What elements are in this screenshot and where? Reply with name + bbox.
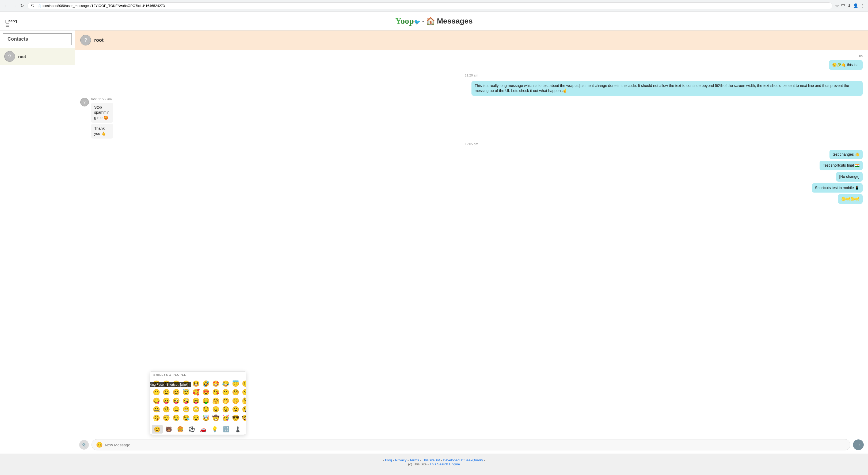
emoji-btn-hushed[interactable]: 😯 bbox=[201, 406, 211, 413]
separator: - bbox=[422, 18, 424, 25]
emoji-cat-animals[interactable]: 🐻 bbox=[163, 425, 174, 434]
emoji-btn-astonished[interactable]: 😲 bbox=[241, 406, 246, 413]
url-input[interactable] bbox=[42, 4, 829, 8]
input-bar: 📎 😊 → SMILEYS & PEOPLE 😀 😃 😄 😁 😆 🤣 🤩 bbox=[75, 436, 868, 453]
emoji-btn-yawning[interactable]: 🥱 bbox=[152, 414, 161, 422]
message-bubble-test-changes: test changes 👋 bbox=[830, 150, 863, 159]
emoji-btn-sunglasses[interactable]: 😎 bbox=[231, 414, 240, 422]
emoji-btn-roll-eyes[interactable]: 🙄 bbox=[191, 406, 201, 413]
message-bubble-no-change: [No change] bbox=[836, 172, 863, 182]
footer-links: - Blog - Privacy - Terms - ThisSiteBot -… bbox=[4, 458, 864, 462]
emoji-btn-thinking[interactable]: 🤔 bbox=[241, 397, 246, 405]
browser-bar: ← → ↻ 🛡 📄 ☆ 🛡 ⬇ 👤 ⋮ bbox=[0, 0, 868, 12]
message-row-no-change: [No change] bbox=[80, 172, 863, 182]
emoji-btn-kissing-closed[interactable]: 😚 bbox=[231, 388, 240, 397]
emoji-btn-zipper[interactable]: 🤐 bbox=[152, 406, 161, 413]
emoji-btn-hugging[interactable]: 🤗 bbox=[211, 397, 220, 405]
forward-button[interactable]: → bbox=[11, 2, 18, 9]
emoji-trigger-button[interactable]: 😊 bbox=[96, 442, 103, 448]
emoji-btn-sleepy[interactable]: 😪 bbox=[181, 414, 191, 422]
emoji-btn-nerd[interactable]: 🤓 bbox=[241, 414, 246, 422]
sender-label-1: root, 11:29 am bbox=[91, 97, 135, 101]
emoji-cat-smileys[interactable]: 😊 bbox=[152, 425, 163, 434]
back-button[interactable]: ← bbox=[3, 2, 10, 9]
emoji-btn-expressionless[interactable]: 😑 bbox=[172, 406, 181, 413]
emoji-btn-smiley[interactable]: 😃 bbox=[162, 380, 171, 388]
emoji-grid: 😀 😃 😄 😁 😆 🤣 🤩 😂 😇 🙂 😶 😉 Winking Face | S… bbox=[150, 378, 246, 424]
sidebar: Contacts ? root bbox=[0, 31, 75, 453]
browser-nav: ← → ↻ bbox=[3, 2, 25, 9]
emoji-cat-objects[interactable]: 💡 bbox=[209, 425, 220, 434]
message-row-stars: 🌟🌟🌟🌟 bbox=[80, 194, 863, 204]
contact-item-root[interactable]: ? root bbox=[0, 48, 75, 65]
footer-link-privacy[interactable]: Privacy bbox=[395, 458, 407, 462]
footer: - Blog - Privacy - Terms - ThisSiteBot -… bbox=[0, 453, 868, 471]
emoji-cat-symbols[interactable]: 🔢 bbox=[221, 425, 232, 434]
footer-link-seekquarry[interactable]: Developed at SeekQuarry bbox=[443, 458, 483, 462]
emoji-cat-food[interactable]: 🍔 bbox=[175, 425, 186, 434]
emoji-btn-raised-eyebrow[interactable]: 🤨 bbox=[162, 406, 171, 413]
emoji-btn-halo[interactable]: 😇 bbox=[181, 388, 191, 397]
emoji-cat-travel[interactable]: 🚗 bbox=[198, 425, 209, 434]
timestamp-1205: 12:05 pm bbox=[80, 142, 863, 146]
emoji-cat-activities[interactable]: ⚽ bbox=[186, 425, 197, 434]
profile-button[interactable]: 👤 bbox=[853, 3, 858, 8]
emoji-btn-slightly-smiling[interactable]: 🙂 bbox=[241, 380, 246, 388]
emoji-btn-smile[interactable]: 😄 bbox=[172, 380, 181, 388]
emoji-btn-cowboy[interactable]: 🤠 bbox=[211, 414, 220, 422]
message-input[interactable] bbox=[105, 443, 846, 447]
emoji-btn-sleeping[interactable]: 😴 bbox=[162, 414, 171, 422]
emoji-btn-exploding[interactable]: 🤯 bbox=[201, 414, 211, 422]
hamburger-icon[interactable]: ☰ bbox=[5, 23, 10, 28]
emoji-btn-joy[interactable]: 😂 bbox=[221, 380, 230, 388]
emoji-btn-money-mouth[interactable]: 🤑 bbox=[201, 397, 211, 405]
emoji-btn-shushing[interactable]: 🤫 bbox=[231, 397, 240, 405]
emoji-btn-relieved[interactable]: 😇 bbox=[231, 380, 240, 388]
emoji-btn-anguished[interactable]: 😧 bbox=[221, 406, 230, 413]
emoji-btn-starstruck[interactable]: 🤩 bbox=[211, 380, 220, 388]
attach-button[interactable]: 📎 bbox=[79, 440, 89, 450]
emoji-btn-hand-over-mouth[interactable]: 🤭 bbox=[221, 397, 230, 405]
emoji-btn-rolling[interactable]: 🤣 bbox=[201, 380, 211, 388]
emoji-cat-flags[interactable]: ♟️ bbox=[232, 425, 243, 434]
emoji-btn-kissing[interactable]: 😗 bbox=[221, 388, 230, 397]
emoji-btn-grin[interactable]: 😀 bbox=[152, 380, 161, 388]
menu-button[interactable]: ⋮ bbox=[861, 3, 865, 8]
shield-action-button[interactable]: 🛡 bbox=[841, 3, 845, 8]
emoji-btn-beaming[interactable]: 😁 bbox=[181, 380, 191, 388]
footer-link-terms[interactable]: Terms bbox=[410, 458, 419, 462]
emoji-btn-grimacing[interactable]: 😬 bbox=[181, 406, 191, 413]
address-bar[interactable]: 🛡 📄 bbox=[28, 2, 832, 9]
footer-link-thissitebot[interactable]: ThisSiteBot bbox=[422, 458, 440, 462]
emoji-btn-winking[interactable]: 😉 Winking Face | Shortcut: [wink] bbox=[162, 388, 171, 397]
bookmark-button[interactable]: ☆ bbox=[835, 3, 839, 8]
send-button[interactable]: → bbox=[853, 439, 864, 450]
contact-name-root: root bbox=[18, 54, 26, 59]
emoji-btn-zany[interactable]: 🤪 bbox=[181, 397, 191, 405]
shield-icon: 🛡 bbox=[31, 4, 35, 8]
contact-avatar-root: ? bbox=[4, 51, 15, 62]
message-row-shortcuts-mobile: Shortcuts test in mobile 📱 bbox=[80, 183, 863, 193]
emoji-btn-kissing-heart[interactable]: 😘 bbox=[211, 388, 220, 397]
emoji-btn-yum[interactable]: 😋 bbox=[152, 397, 161, 405]
emoji-btn-kissing-smiling[interactable]: 😙 bbox=[241, 388, 246, 397]
emoji-btn-hearts[interactable]: 🥰 bbox=[191, 388, 201, 397]
emoji-btn-laughing[interactable]: 😆 bbox=[191, 380, 201, 388]
emoji-btn-drooling[interactable]: 🤤 bbox=[172, 414, 181, 422]
footer-link-search-engine[interactable]: This Search Engine bbox=[430, 462, 460, 466]
page-title: Messages bbox=[437, 17, 473, 25]
emoji-btn-squinting-tongue[interactable]: 😝 bbox=[191, 397, 201, 405]
emoji-btn-blush[interactable]: 😊 bbox=[172, 388, 181, 397]
message-row-1: 🙂🥬🤙 this is it bbox=[80, 60, 863, 70]
emoji-btn-partying[interactable]: 🥳 bbox=[221, 414, 230, 422]
emoji-btn-open-mouth[interactable]: 😮 bbox=[231, 406, 240, 413]
emoji-btn-stuck-out[interactable]: 😛 bbox=[162, 397, 171, 405]
footer-link-blog[interactable]: Blog bbox=[385, 458, 392, 462]
emoji-btn-frowning-open[interactable]: 😦 bbox=[211, 406, 220, 413]
download-button[interactable]: ⬇ bbox=[847, 3, 851, 8]
emoji-btn-neutral[interactable]: 😶 bbox=[152, 388, 161, 397]
emoji-btn-heart-eyes[interactable]: 😍 bbox=[201, 388, 211, 397]
emoji-btn-wink-tongue[interactable]: 😜 bbox=[172, 397, 181, 405]
emoji-btn-dizzy[interactable]: 😵 bbox=[191, 414, 201, 422]
reload-button[interactable]: ↻ bbox=[19, 2, 25, 9]
